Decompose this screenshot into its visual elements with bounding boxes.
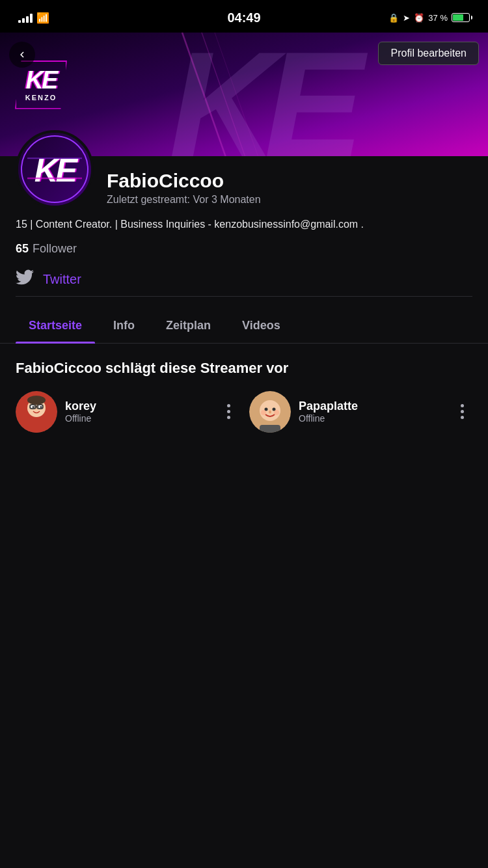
- username-col: FabioCiccoo Zuletzt gestreamt: Vor 3 Mon…: [107, 170, 472, 208]
- twitter-bird-icon: [16, 269, 34, 290]
- status-bar: 📶 04:49 🔒 ➤ ⏰ 37 %: [0, 0, 488, 33]
- follower-row: 65 Follower: [16, 242, 472, 256]
- status-right: 🔒 ➤ ⏰ 37 %: [388, 13, 470, 23]
- follower-label: Follower: [33, 242, 77, 256]
- tab-info[interactable]: Info: [100, 307, 148, 343]
- location-icon: ➤: [403, 13, 410, 23]
- svg-rect-27: [260, 425, 280, 433]
- back-button[interactable]: [9, 42, 35, 68]
- streamer-avatar-korey: [16, 391, 57, 433]
- svg-point-25: [274, 410, 279, 415]
- tab-videos[interactable]: Videos: [229, 307, 293, 343]
- streamers-grid: korey Offline: [16, 391, 472, 433]
- follower-count: 65: [16, 242, 29, 256]
- svg-point-14: [40, 406, 42, 408]
- streamer-avatar-papaplatte: [249, 391, 291, 433]
- streamer-card-korey: korey Offline: [16, 391, 239, 433]
- three-dots-icon-2: [461, 404, 464, 419]
- username: FabioCiccoo: [107, 170, 472, 191]
- wifi-icon: 📶: [36, 12, 49, 24]
- avatar: KE: [16, 130, 94, 208]
- avatar-name-row: KE FabioCiccoo Zuletzt gestreamt: Vor 3 …: [16, 156, 472, 208]
- streamer-name-korey: korey: [65, 400, 210, 413]
- status-time: 04:49: [227, 10, 260, 25]
- section-divider: [16, 296, 472, 297]
- alarm-icon: ⏰: [414, 13, 424, 23]
- battery-percent: 37 %: [428, 13, 448, 23]
- streamer-info-korey: korey Offline: [65, 400, 210, 424]
- svg-rect-19: [27, 425, 46, 433]
- svg-text:KE: KE: [169, 33, 368, 163]
- three-dots-icon: [227, 404, 230, 419]
- svg-point-24: [261, 410, 266, 415]
- streamer-more-papaplatte[interactable]: [452, 401, 472, 422]
- twitter-link[interactable]: Twitter: [16, 269, 472, 290]
- streamer-status-korey: Offline: [65, 413, 210, 424]
- streamer-status-papaplatte: Offline: [299, 413, 444, 424]
- bio: 15 | Content Creator. | Business Inquiri…: [16, 217, 472, 232]
- edit-profile-button[interactable]: Profil bearbeiten: [378, 42, 479, 65]
- battery-icon: [452, 13, 470, 22]
- streamer-card-papaplatte: Papaplatte Offline: [249, 391, 472, 433]
- tabs-row: Startseite Info Zeitplan Videos: [0, 307, 488, 344]
- svg-point-18: [27, 396, 46, 405]
- streamer-info-papaplatte: Papaplatte Offline: [299, 400, 444, 424]
- last-streamed: Zuletzt gestreamt: Vor 3 Monaten: [107, 194, 472, 206]
- status-left: 📶: [18, 12, 49, 24]
- streamer-name-papaplatte: Papaplatte: [299, 400, 444, 413]
- lock-icon: 🔒: [388, 13, 399, 23]
- svg-point-26: [269, 410, 271, 413]
- section-title: FabioCiccoo schlägt diese Streamer vor: [16, 359, 472, 378]
- svg-point-13: [33, 406, 34, 408]
- tab-startseite[interactable]: Startseite: [16, 307, 95, 343]
- signal-bars-icon: [18, 12, 33, 23]
- streamer-more-korey[interactable]: [218, 401, 239, 422]
- twitter-text[interactable]: Twitter: [43, 272, 81, 287]
- tab-zeitplan[interactable]: Zeitplan: [153, 307, 224, 343]
- profile-section: KE FabioCiccoo Zuletzt gestreamt: Vor 3 …: [0, 156, 488, 307]
- main-content: FabioCiccoo schlägt diese Streamer vor: [0, 344, 488, 448]
